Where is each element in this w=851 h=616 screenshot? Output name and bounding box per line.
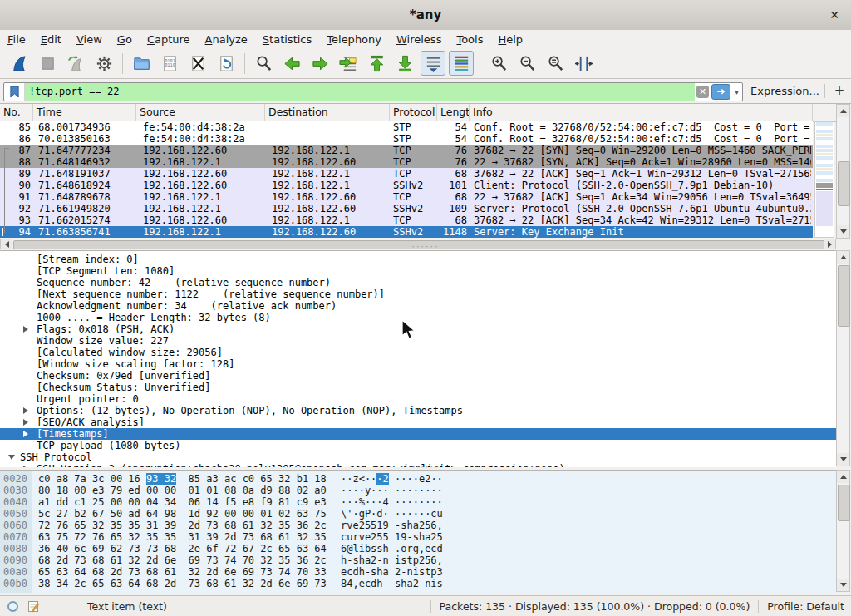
scroll-thumb[interactable] (838, 485, 850, 521)
hex-row[interactable]: 008036 40 6c 69 62 73 73 68 2e 6f 72 67 … (0, 543, 836, 554)
colorize-button[interactable] (449, 51, 474, 76)
detail-row[interactable]: [Stream index: 0] (0, 254, 836, 265)
detail-row[interactable]: Options: (12 bytes), No-Operation (NOP),… (0, 405, 836, 416)
menu-view[interactable]: View (69, 32, 110, 47)
column-header-length[interactable]: Length (437, 104, 470, 121)
menu-tools[interactable]: Tools (449, 32, 490, 47)
resize-columns-button[interactable] (571, 51, 596, 76)
go-first-button[interactable] (364, 51, 389, 76)
go-last-button[interactable] (392, 51, 417, 76)
save-file-button[interactable]: 01010110 (157, 51, 182, 76)
hex-row[interactable]: 00b038 34 2c 65 63 64 68 2d 73 68 61 32 … (0, 578, 836, 589)
filter-input-wrap[interactable]: !tcp.port == 22 ✕ ➜ ▾ (3, 82, 743, 101)
packet-row-94[interactable]: 9471.663856741192.168.122.1192.168.122.6… (0, 226, 813, 238)
zoom-original-button[interactable] (543, 51, 568, 76)
find-packet-button[interactable] (251, 51, 276, 76)
menu-analyze[interactable]: Analyze (198, 32, 255, 47)
detail-row[interactable]: [Checksum Status: Unverified] (0, 382, 836, 393)
scroll-down-button[interactable] (837, 225, 849, 238)
column-header-no[interactable]: No. (0, 104, 33, 121)
packet-list-vscrollbar[interactable] (836, 104, 850, 239)
hex-row[interactable]: 007063 75 72 76 65 32 35 35 31 39 2d 73 … (0, 531, 836, 543)
close-file-button[interactable] (185, 51, 210, 76)
scroll-up-button[interactable] (837, 251, 849, 264)
start-capture-button[interactable] (7, 51, 32, 76)
expand-arrow-right-icon[interactable] (23, 431, 28, 437)
hex-row[interactable]: 003080 18 00 e3 79 ed 00 00 01 01 08 0a … (0, 485, 836, 496)
display-filter-input[interactable]: !tcp.port == 22 (25, 83, 695, 101)
filter-apply-button[interactable]: ➜ (711, 84, 730, 100)
menu-wireless[interactable]: Wireless (389, 32, 449, 47)
column-header-destination[interactable]: Destination (265, 104, 390, 121)
detail-row[interactable]: [TCP Segment Len: 1080] (0, 265, 836, 277)
detail-row[interactable]: Flags: 0x018 (PSH, ACK) (0, 323, 836, 335)
detail-row[interactable]: Window size value: 227 (0, 335, 836, 347)
menu-help[interactable]: Help (490, 32, 530, 47)
column-header-protocol[interactable]: Protocol (390, 104, 437, 121)
packet-row-85[interactable]: 8568.001734936fe:54:00:d4:38:2aSTP54Conf… (0, 121, 813, 133)
expert-info-icon[interactable] (7, 600, 19, 613)
column-header-time[interactable]: Time (33, 104, 136, 121)
hex-vscrollbar[interactable] (836, 470, 850, 592)
intelligent-scrollbar-minimap[interactable] (814, 121, 834, 238)
scroll-up-button[interactable] (837, 105, 849, 117)
profile-status[interactable]: Profile: Default (767, 600, 844, 613)
expression-button[interactable]: Expression... (750, 82, 819, 100)
go-back-button[interactable] (279, 51, 304, 76)
stop-capture-button[interactable] (35, 51, 60, 76)
go-to-packet-button[interactable] (336, 51, 361, 76)
packet-row-93[interactable]: 9371.662015274192.168.122.60192.168.122.… (0, 214, 813, 226)
detail-row[interactable]: Checksum: 0x79ed [unverified] (0, 370, 836, 382)
packet-row-88[interactable]: 8871.648146932192.168.122.1192.168.122.6… (0, 156, 813, 168)
hex-row[interactable]: 00505c 27 b2 67 50 ad 64 98 1d 92 00 00 … (0, 508, 836, 520)
expand-arrow-right-icon[interactable] (23, 326, 28, 333)
menu-go[interactable]: Go (110, 32, 140, 47)
open-file-button[interactable] (129, 51, 154, 76)
packet-row-92[interactable]: 9271.661949820192.168.122.1192.168.122.6… (0, 203, 813, 214)
packet-row-86[interactable]: 8670.013850163fe:54:00:d4:38:2aSTP54Conf… (0, 133, 813, 145)
detail-row[interactable]: [Timestamps] (0, 428, 836, 440)
hex-row[interactable]: 0040a1 dd c1 25 00 00 04 34 06 14 f5 e8 … (0, 496, 836, 508)
packet-row-90[interactable]: 9071.648618924192.168.122.60192.168.122.… (0, 180, 813, 191)
detail-row[interactable]: TCP payload (1080 bytes) (0, 440, 836, 451)
scroll-left-button[interactable] (1, 239, 12, 249)
column-header-info[interactable]: Info (470, 104, 813, 121)
packet-row-87[interactable]: 8771.647777234192.168.122.60192.168.122.… (0, 145, 813, 156)
packet-row-91[interactable]: 9171.648789678192.168.122.1192.168.122.6… (0, 191, 813, 203)
title-bar[interactable]: *any ✕ (0, 0, 851, 31)
menu-edit[interactable]: Edit (33, 32, 69, 47)
capture-options-button[interactable] (91, 51, 116, 76)
detail-row[interactable]: [SEQ/ACK analysis] (0, 416, 836, 428)
expand-arrow-down-icon[interactable] (8, 455, 15, 460)
detail-row[interactable]: Acknowledgment number: 34 (relative ack … (0, 300, 836, 312)
menu-statistics[interactable]: Statistics (255, 32, 319, 47)
zoom-in-button[interactable] (486, 51, 511, 76)
packet-row-89[interactable]: 8971.648191037192.168.122.60192.168.122.… (0, 168, 813, 180)
scroll-right-button[interactable] (824, 239, 835, 249)
hex-row[interactable]: 009068 2d 73 68 61 32 2d 6e 69 73 74 70 … (0, 554, 836, 566)
detail-row[interactable]: 1000 .... = Header Length: 32 bytes (8) (0, 312, 836, 323)
detail-row[interactable]: [Calculated window size: 29056] (0, 347, 836, 358)
scroll-down-button[interactable] (837, 579, 849, 591)
zoom-out-button[interactable] (514, 51, 539, 76)
capture-comment-icon[interactable] (27, 600, 39, 613)
splitter-grip[interactable]: ······ (404, 245, 447, 249)
detail-row[interactable]: Sequence number: 42 (relative sequence n… (0, 277, 836, 288)
splitter-grip[interactable]: ······ (404, 466, 447, 469)
detail-row[interactable]: [Next sequence number: 1122 (relative se… (0, 288, 836, 300)
expand-arrow-right-icon[interactable] (23, 466, 28, 467)
expand-arrow-right-icon[interactable] (23, 407, 28, 414)
reload-file-button[interactable] (214, 51, 239, 76)
menu-file[interactable]: File (0, 32, 33, 47)
scroll-up-button[interactable] (837, 471, 849, 483)
scroll-thumb[interactable] (838, 161, 850, 206)
restart-capture-button[interactable] (63, 51, 88, 76)
scroll-thumb[interactable] (838, 265, 850, 327)
filter-dropdown-caret[interactable]: ▾ (731, 88, 742, 96)
filter-bookmark-button[interactable] (4, 83, 25, 101)
expand-arrow-right-icon[interactable] (23, 419, 28, 426)
detail-row[interactable]: Urgent pointer: 0 (0, 393, 836, 405)
close-button[interactable]: ✕ (826, 0, 843, 30)
filter-add-button[interactable]: + (832, 82, 847, 100)
menu-telephony[interactable]: Telephony (319, 32, 389, 47)
